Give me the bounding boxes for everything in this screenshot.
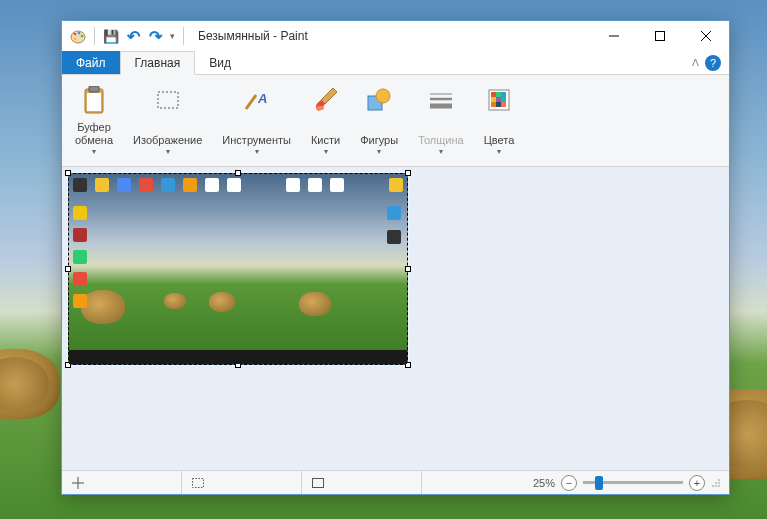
selection-handle[interactable] xyxy=(65,266,71,272)
size-group[interactable]: Толщина▾ xyxy=(409,79,473,162)
selection-handle[interactable] xyxy=(235,362,241,368)
colors-group[interactable]: Цвета▾ xyxy=(475,79,524,162)
svg-rect-30 xyxy=(501,102,506,107)
svg-rect-34 xyxy=(313,478,324,487)
brushes-group[interactable]: Кисти▾ xyxy=(302,79,349,162)
paint-window: 💾 ↶ ↷ ▾ Безымянный - Paint Файл Главная … xyxy=(61,20,730,495)
canvas-area[interactable] xyxy=(62,167,729,470)
ribbon-tabs: Файл Главная Вид ᐱ ? xyxy=(62,51,729,75)
status-position xyxy=(62,471,182,494)
colors-label: Цвета xyxy=(484,134,515,147)
chevron-down-icon: ▾ xyxy=(255,147,259,157)
wallpaper-decor xyxy=(0,349,60,419)
redo-icon[interactable]: ↷ xyxy=(145,26,165,46)
svg-rect-28 xyxy=(491,102,496,107)
tools-icon: A xyxy=(244,84,270,116)
select-icon xyxy=(156,84,180,116)
close-button[interactable] xyxy=(683,21,729,51)
zoom-slider[interactable] xyxy=(583,481,683,484)
chevron-down-icon: ▾ xyxy=(497,147,501,157)
clipboard-icon xyxy=(82,84,106,116)
svg-rect-11 xyxy=(87,93,101,111)
svg-line-13 xyxy=(246,95,256,109)
pasted-image-selection[interactable] xyxy=(68,173,408,365)
svg-point-35 xyxy=(718,479,720,481)
help-icon[interactable]: ? xyxy=(705,55,721,71)
titlebar[interactable]: 💾 ↶ ↷ ▾ Безымянный - Paint xyxy=(62,21,729,51)
qat-customize-icon[interactable]: ▾ xyxy=(167,26,177,46)
image-content xyxy=(73,206,87,308)
status-canvas-size xyxy=(302,471,422,494)
app-icon[interactable] xyxy=(68,26,88,46)
svg-rect-6 xyxy=(656,32,665,41)
selection-handle[interactable] xyxy=(65,170,71,176)
image-content xyxy=(299,292,331,316)
chevron-down-icon: ▾ xyxy=(439,147,443,157)
svg-point-1 xyxy=(74,33,77,36)
tab-home[interactable]: Главная xyxy=(120,51,196,75)
status-selection-size xyxy=(182,471,302,494)
quick-access-toolbar: 💾 ↶ ↷ ▾ xyxy=(68,26,188,46)
image-content xyxy=(164,293,186,309)
zoom-out-button[interactable]: − xyxy=(561,475,577,491)
svg-rect-24 xyxy=(501,92,506,97)
svg-point-17 xyxy=(376,89,390,103)
svg-rect-22 xyxy=(491,92,496,97)
tools-label: Инструменты xyxy=(222,134,291,147)
selection-handle[interactable] xyxy=(235,170,241,176)
chevron-down-icon: ▾ xyxy=(92,147,96,157)
collapse-ribbon-icon[interactable]: ᐱ xyxy=(692,57,699,68)
clipboard-group[interactable]: Буфер обмена▾ xyxy=(66,79,122,162)
crosshair-icon xyxy=(72,477,84,489)
selection-handle[interactable] xyxy=(405,170,411,176)
brushes-label: Кисти xyxy=(311,134,340,147)
image-group[interactable]: Изображение▾ xyxy=(124,79,211,162)
svg-rect-25 xyxy=(491,97,496,102)
separator xyxy=(183,27,184,45)
zoom-in-button[interactable]: + xyxy=(689,475,705,491)
zoom-slider-thumb[interactable] xyxy=(595,476,603,490)
size-label: Толщина xyxy=(418,134,464,147)
svg-rect-26 xyxy=(496,97,501,102)
selection-handle[interactable] xyxy=(405,362,411,368)
undo-icon[interactable]: ↶ xyxy=(123,26,143,46)
minimize-button[interactable] xyxy=(591,21,637,51)
svg-point-4 xyxy=(74,38,77,41)
svg-point-37 xyxy=(718,482,720,484)
brush-icon xyxy=(313,84,339,116)
image-content xyxy=(73,178,403,204)
svg-rect-27 xyxy=(501,97,506,102)
svg-point-40 xyxy=(718,485,720,487)
image-content xyxy=(387,206,401,244)
svg-rect-12 xyxy=(158,92,178,108)
selection-icon xyxy=(192,478,204,488)
chevron-down-icon: ▾ xyxy=(377,147,381,157)
resize-grip-icon[interactable] xyxy=(711,478,721,488)
svg-point-39 xyxy=(715,485,717,487)
svg-point-2 xyxy=(78,32,81,35)
zoom-controls: 25% − + xyxy=(525,475,729,491)
statusbar: 25% − + xyxy=(62,470,729,494)
svg-point-36 xyxy=(715,482,717,484)
svg-rect-29 xyxy=(496,102,501,107)
zoom-label: 25% xyxy=(533,477,555,489)
svg-rect-23 xyxy=(496,92,501,97)
separator xyxy=(94,27,95,45)
canvas-icon xyxy=(312,478,324,488)
save-icon[interactable]: 💾 xyxy=(101,26,121,46)
selection-handle[interactable] xyxy=(405,266,411,272)
image-content xyxy=(81,290,125,324)
shapes-group[interactable]: Фигуры▾ xyxy=(351,79,407,162)
tab-view[interactable]: Вид xyxy=(195,51,245,74)
selection-handle[interactable] xyxy=(65,362,71,368)
svg-text:A: A xyxy=(257,91,267,106)
tools-group[interactable]: A Инструменты▾ xyxy=(213,79,300,162)
tab-file[interactable]: Файл xyxy=(62,51,120,74)
image-label: Изображение xyxy=(133,134,202,147)
window-title: Безымянный - Paint xyxy=(198,29,308,43)
shapes-label: Фигуры xyxy=(360,134,398,147)
svg-rect-10 xyxy=(89,86,99,92)
chevron-down-icon: ▾ xyxy=(166,147,170,157)
size-icon xyxy=(428,84,454,116)
maximize-button[interactable] xyxy=(637,21,683,51)
